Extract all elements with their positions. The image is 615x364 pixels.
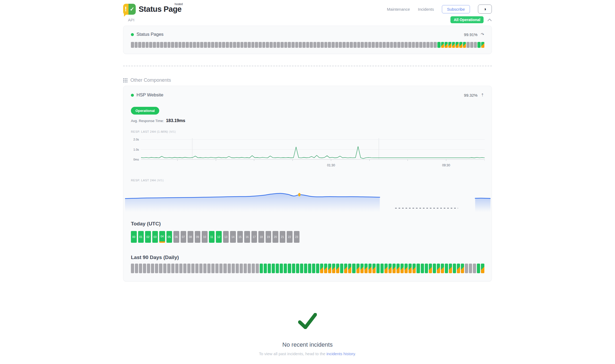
subscribe-button[interactable]: Subscribe (442, 5, 470, 13)
uptime-bar-degraded[interactable] (384, 264, 388, 273)
uptime-bar-nodata[interactable] (175, 42, 178, 48)
uptime-bar-nodata[interactable] (357, 42, 360, 48)
chart-marker-dot[interactable] (298, 193, 301, 197)
nav-incidents[interactable]: Incidents (418, 7, 434, 11)
uptime-bar-nodata[interactable] (386, 42, 390, 48)
uptime-bar-degraded[interactable] (360, 264, 364, 273)
uptime-bar-nodata[interactable] (466, 42, 470, 48)
uptime-bar-nodata[interactable] (408, 42, 411, 48)
uptime-bar-operational[interactable] (453, 264, 456, 273)
uptime-bar-nodata[interactable] (364, 42, 368, 48)
uptime-bar-operational[interactable] (268, 264, 271, 273)
uptime-bar-nodata[interactable] (135, 42, 138, 48)
uptime-bar-nodata[interactable] (255, 42, 258, 48)
resp-1min-chart[interactable]: 2.0s1.0s0ms01:3009:30 (131, 136, 485, 170)
uptime-bar-degraded[interactable] (463, 42, 466, 48)
uptime-bar-nodata[interactable] (412, 42, 415, 48)
uptime-bar-nodata[interactable] (379, 42, 382, 48)
uptime-bar-nodata[interactable] (423, 42, 426, 48)
uptime-bar-nodata[interactable] (291, 42, 295, 48)
uptime-bar-nodata[interactable] (191, 264, 194, 273)
uptime-bar-nodata[interactable] (470, 42, 473, 48)
uptime-bar-nodata[interactable] (383, 42, 386, 48)
uptime-bar-operational[interactable] (352, 264, 355, 273)
uptime-bar-operational[interactable] (304, 264, 307, 273)
hour-block-05[interactable]: 05 (166, 231, 172, 243)
uptime-bar-nodata[interactable] (159, 264, 162, 273)
uptime-bar-nodata[interactable] (155, 264, 158, 273)
refresh-icon[interactable]: ↷ (481, 32, 484, 37)
uptime-bar-nodata[interactable] (222, 42, 225, 48)
uptime-bar-degraded[interactable] (408, 264, 412, 273)
uptime-bar-nodata[interactable] (237, 42, 240, 48)
uptime-bar-nodata[interactable] (313, 42, 317, 48)
uptime-bar-nodata[interactable] (419, 42, 422, 48)
theme-toggle-button[interactable]: ◑ (478, 5, 492, 14)
uptime-bar-operational[interactable] (264, 264, 267, 273)
uptime-bar-nodata[interactable] (397, 42, 400, 48)
uptime-bar-operational[interactable] (437, 42, 441, 48)
uptime-bar-nodata[interactable] (321, 42, 324, 48)
uptime-bar-nodata[interactable] (434, 42, 437, 48)
uptime-bar-nodata[interactable] (131, 42, 134, 48)
uptime-bar-degraded[interactable] (449, 264, 452, 273)
incidents-history-link[interactable]: incidents history (326, 351, 355, 356)
uptime-bar-degraded[interactable] (448, 42, 451, 48)
uptime-bar-operational[interactable] (425, 264, 428, 273)
uptime-bar-degraded[interactable] (364, 264, 368, 273)
uptime-bar-degraded[interactable] (456, 42, 459, 48)
uptime-bar-nodata[interactable] (215, 42, 218, 48)
uptime-bar-nodata[interactable] (252, 264, 255, 273)
hour-block-11[interactable]: 11 (209, 231, 215, 243)
uptime-bar-nodata[interactable] (203, 264, 207, 273)
uptime-bar-nodata[interactable] (390, 42, 393, 48)
uptime-bar-nodata[interactable] (189, 42, 193, 48)
uptime-bar-degraded[interactable] (392, 264, 396, 273)
uptime-bar-nodata[interactable] (199, 264, 203, 273)
uptime-bar-nodata[interactable] (153, 42, 156, 48)
uptime-bar-nodata[interactable] (228, 264, 231, 273)
uptime-bar-nodata[interactable] (430, 42, 433, 48)
uptime-bar-operational[interactable] (433, 264, 436, 273)
uptime-bar-nodata[interactable] (182, 42, 185, 48)
hour-block-16[interactable]: 16 (244, 231, 250, 243)
uptime-bar-degraded[interactable] (396, 264, 400, 273)
uptime-bar-nodata[interactable] (236, 264, 239, 273)
uptime-bar-nodata[interactable] (139, 264, 142, 273)
uptime-bar-nodata[interactable] (232, 264, 235, 273)
uptime-bar-nodata[interactable] (270, 42, 273, 48)
uptime-bar-degraded[interactable] (320, 264, 323, 273)
hour-block-21[interactable]: 21 (280, 231, 286, 243)
uptime-bar-nodata[interactable] (426, 42, 430, 48)
uptime-bar-degraded[interactable] (461, 264, 464, 273)
uptime-bar-degraded[interactable] (328, 264, 331, 273)
uptime-bar-nodata[interactable] (138, 42, 141, 48)
hour-block-07[interactable]: 07 (181, 231, 186, 243)
uptime-bar-nodata[interactable] (248, 264, 251, 273)
uptime-bar-nodata[interactable] (350, 42, 353, 48)
hour-block-18[interactable]: 18 (258, 231, 264, 243)
uptime-bar-operational[interactable] (300, 264, 303, 273)
uptime-bar-nodata[interactable] (171, 42, 174, 48)
uptime-bar-operational[interactable] (280, 264, 283, 273)
uptime-bar-nodata[interactable] (147, 264, 150, 273)
uptime-bar-nodata[interactable] (226, 42, 229, 48)
uptime-bar-degraded[interactable] (452, 42, 455, 48)
uptime-bar-nodata[interactable] (149, 42, 152, 48)
uptime-bar-nodata[interactable] (353, 42, 357, 48)
uptime-bar-nodata[interactable] (233, 42, 236, 48)
uptime-bar-nodata[interactable] (372, 42, 375, 48)
uptime-bar-nodata[interactable] (266, 42, 269, 48)
hour-block-19[interactable]: 19 (266, 231, 271, 243)
uptime-bar-nodata[interactable] (215, 264, 219, 273)
uptime-bar-nodata[interactable] (299, 42, 302, 48)
uptime-bar-degraded[interactable] (368, 264, 372, 273)
hour-block-00[interactable]: 00 (131, 231, 137, 243)
hour-block-03[interactable]: 03 (152, 231, 158, 243)
uptime-bar-degraded[interactable] (457, 264, 460, 273)
uptime-bar-nodata[interactable] (211, 42, 214, 48)
uptime-bar-degraded[interactable] (388, 264, 392, 273)
nav-maintenance[interactable]: Maintenance (387, 7, 410, 11)
uptime-bar-degraded[interactable] (324, 264, 327, 273)
uptime-bar-degraded[interactable] (459, 42, 462, 48)
